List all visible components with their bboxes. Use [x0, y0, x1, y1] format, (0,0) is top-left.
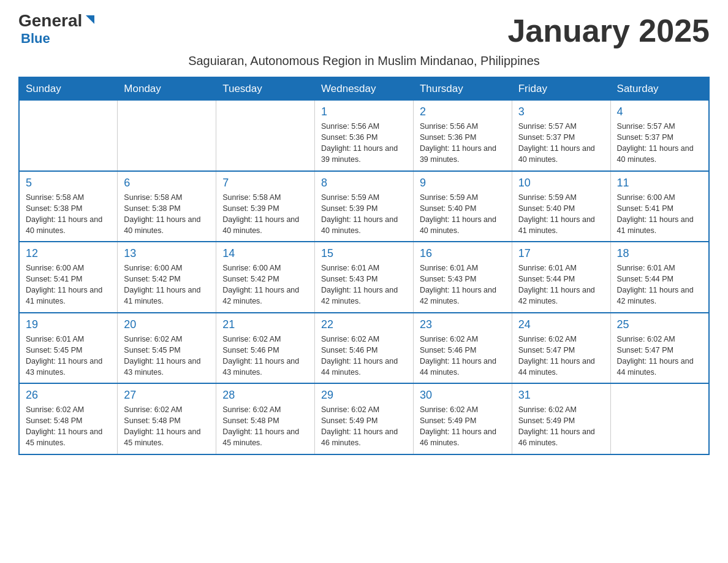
day-number: 6 — [124, 177, 210, 190]
day-cell: 25Sunrise: 6:02 AM Sunset: 5:47 PM Dayli… — [610, 313, 709, 384]
day-cell: 16Sunrise: 6:01 AM Sunset: 5:43 PM Dayli… — [413, 242, 512, 313]
day-cell: 8Sunrise: 5:59 AM Sunset: 5:39 PM Daylig… — [315, 171, 414, 242]
day-info: Sunrise: 5:57 AM Sunset: 5:37 PM Dayligh… — [617, 121, 702, 166]
week-row-3: 12Sunrise: 6:00 AM Sunset: 5:41 PM Dayli… — [19, 242, 709, 313]
month-title: January 2025 — [507, 12, 710, 49]
day-cell: 29Sunrise: 6:02 AM Sunset: 5:49 PM Dayli… — [315, 383, 414, 454]
day-cell: 20Sunrise: 6:02 AM Sunset: 5:45 PM Dayli… — [118, 313, 216, 384]
day-info: Sunrise: 6:02 AM Sunset: 5:48 PM Dayligh… — [222, 404, 308, 449]
day-info: Sunrise: 5:58 AM Sunset: 5:38 PM Dayligh… — [26, 192, 111, 237]
day-info: Sunrise: 5:56 AM Sunset: 5:36 PM Dayligh… — [420, 121, 506, 166]
day-cell — [118, 101, 216, 171]
day-cell: 4Sunrise: 5:57 AM Sunset: 5:37 PM Daylig… — [610, 101, 709, 171]
day-info: Sunrise: 6:02 AM Sunset: 5:47 PM Dayligh… — [518, 334, 604, 378]
day-cell: 21Sunrise: 6:02 AM Sunset: 5:46 PM Dayli… — [216, 313, 315, 384]
day-number: 24 — [518, 318, 604, 331]
week-row-2: 5Sunrise: 5:58 AM Sunset: 5:38 PM Daylig… — [19, 171, 709, 242]
logo: General Blue — [18, 12, 97, 47]
day-cell: 3Sunrise: 5:57 AM Sunset: 5:37 PM Daylig… — [512, 101, 610, 171]
day-number: 2 — [420, 105, 506, 118]
day-info: Sunrise: 6:01 AM Sunset: 5:43 PM Dayligh… — [420, 262, 506, 307]
logo-triangle-icon — [83, 13, 97, 26]
day-number: 27 — [124, 389, 210, 402]
day-info: Sunrise: 5:58 AM Sunset: 5:38 PM Dayligh… — [124, 192, 210, 237]
day-info: Sunrise: 5:59 AM Sunset: 5:40 PM Dayligh… — [420, 192, 506, 237]
week-row-4: 19Sunrise: 6:01 AM Sunset: 5:45 PM Dayli… — [19, 313, 709, 384]
day-number: 15 — [321, 247, 407, 260]
day-info: Sunrise: 6:02 AM Sunset: 5:49 PM Dayligh… — [518, 404, 604, 449]
day-cell — [610, 383, 709, 454]
day-cell: 28Sunrise: 6:02 AM Sunset: 5:48 PM Dayli… — [216, 383, 315, 454]
day-number: 26 — [26, 389, 111, 402]
day-info: Sunrise: 5:59 AM Sunset: 5:40 PM Dayligh… — [518, 192, 604, 237]
day-number: 29 — [321, 389, 407, 402]
day-info: Sunrise: 6:02 AM Sunset: 5:46 PM Dayligh… — [420, 334, 506, 378]
day-info: Sunrise: 6:01 AM Sunset: 5:44 PM Dayligh… — [518, 262, 604, 307]
day-cell: 31Sunrise: 6:02 AM Sunset: 5:49 PM Dayli… — [512, 383, 610, 454]
day-cell: 26Sunrise: 6:02 AM Sunset: 5:48 PM Dayli… — [19, 383, 118, 454]
day-cell: 30Sunrise: 6:02 AM Sunset: 5:49 PM Dayli… — [413, 383, 512, 454]
day-info: Sunrise: 5:56 AM Sunset: 5:36 PM Dayligh… — [321, 121, 407, 166]
header: General Blue January 2025 — [18, 12, 710, 49]
day-info: Sunrise: 6:00 AM Sunset: 5:42 PM Dayligh… — [124, 262, 210, 307]
day-cell — [19, 101, 118, 171]
day-number: 22 — [321, 318, 407, 331]
day-cell: 18Sunrise: 6:01 AM Sunset: 5:44 PM Dayli… — [610, 242, 709, 313]
day-cell: 23Sunrise: 6:02 AM Sunset: 5:46 PM Dayli… — [413, 313, 512, 384]
day-header-sunday: Sunday — [19, 77, 118, 101]
day-number: 11 — [617, 177, 702, 190]
calendar: SundayMondayTuesdayWednesdayThursdayFrid… — [18, 77, 710, 455]
day-cell: 1Sunrise: 5:56 AM Sunset: 5:36 PM Daylig… — [315, 101, 414, 171]
day-number: 21 — [222, 318, 308, 331]
svg-marker-0 — [86, 15, 94, 24]
week-row-5: 26Sunrise: 6:02 AM Sunset: 5:48 PM Dayli… — [19, 383, 709, 454]
day-cell: 22Sunrise: 6:02 AM Sunset: 5:46 PM Dayli… — [315, 313, 414, 384]
day-info: Sunrise: 6:02 AM Sunset: 5:49 PM Dayligh… — [321, 404, 407, 449]
day-number: 25 — [617, 318, 702, 331]
day-number: 30 — [420, 389, 506, 402]
day-info: Sunrise: 6:00 AM Sunset: 5:41 PM Dayligh… — [617, 192, 702, 237]
day-cell: 19Sunrise: 6:01 AM Sunset: 5:45 PM Dayli… — [19, 313, 118, 384]
day-info: Sunrise: 6:00 AM Sunset: 5:42 PM Dayligh… — [222, 262, 308, 307]
day-info: Sunrise: 6:01 AM Sunset: 5:44 PM Dayligh… — [617, 262, 702, 307]
day-info: Sunrise: 6:02 AM Sunset: 5:45 PM Dayligh… — [124, 334, 210, 378]
subtitle: Saguiaran, Autonomous Region in Muslim M… — [18, 54, 710, 68]
day-number: 28 — [222, 389, 308, 402]
day-info: Sunrise: 6:02 AM Sunset: 5:46 PM Dayligh… — [321, 334, 407, 378]
day-number: 14 — [222, 247, 308, 260]
day-number: 23 — [420, 318, 506, 331]
week-row-1: 1Sunrise: 5:56 AM Sunset: 5:36 PM Daylig… — [19, 101, 709, 171]
day-cell: 9Sunrise: 5:59 AM Sunset: 5:40 PM Daylig… — [413, 171, 512, 242]
day-header-wednesday: Wednesday — [315, 77, 414, 101]
day-number: 19 — [26, 318, 111, 331]
day-info: Sunrise: 5:59 AM Sunset: 5:39 PM Dayligh… — [321, 192, 407, 237]
day-number: 31 — [518, 389, 604, 402]
day-info: Sunrise: 6:02 AM Sunset: 5:46 PM Dayligh… — [222, 334, 308, 378]
day-number: 10 — [518, 177, 604, 190]
day-cell — [216, 101, 315, 171]
day-info: Sunrise: 6:02 AM Sunset: 5:48 PM Dayligh… — [26, 404, 111, 449]
day-header-tuesday: Tuesday — [216, 77, 315, 101]
day-info: Sunrise: 6:01 AM Sunset: 5:45 PM Dayligh… — [26, 334, 111, 378]
day-cell: 14Sunrise: 6:00 AM Sunset: 5:42 PM Dayli… — [216, 242, 315, 313]
day-header-thursday: Thursday — [413, 77, 512, 101]
day-cell: 17Sunrise: 6:01 AM Sunset: 5:44 PM Dayli… — [512, 242, 610, 313]
day-cell: 13Sunrise: 6:00 AM Sunset: 5:42 PM Dayli… — [118, 242, 216, 313]
day-info: Sunrise: 5:58 AM Sunset: 5:39 PM Dayligh… — [222, 192, 308, 237]
day-info: Sunrise: 6:01 AM Sunset: 5:43 PM Dayligh… — [321, 262, 407, 307]
day-number: 18 — [617, 247, 702, 260]
day-number: 13 — [124, 247, 210, 260]
day-number: 1 — [321, 105, 407, 118]
day-number: 5 — [26, 177, 111, 190]
day-cell: 24Sunrise: 6:02 AM Sunset: 5:47 PM Dayli… — [512, 313, 610, 384]
day-cell: 10Sunrise: 5:59 AM Sunset: 5:40 PM Dayli… — [512, 171, 610, 242]
day-cell: 15Sunrise: 6:01 AM Sunset: 5:43 PM Dayli… — [315, 242, 414, 313]
day-info: Sunrise: 6:02 AM Sunset: 5:47 PM Dayligh… — [617, 334, 702, 378]
logo-general: General — [18, 12, 82, 29]
day-info: Sunrise: 6:02 AM Sunset: 5:49 PM Dayligh… — [420, 404, 506, 449]
day-number: 17 — [518, 247, 604, 260]
day-header-friday: Friday — [512, 77, 610, 101]
day-info: Sunrise: 6:02 AM Sunset: 5:48 PM Dayligh… — [124, 404, 210, 449]
day-cell: 11Sunrise: 6:00 AM Sunset: 5:41 PM Dayli… — [610, 171, 709, 242]
day-cell: 5Sunrise: 5:58 AM Sunset: 5:38 PM Daylig… — [19, 171, 118, 242]
